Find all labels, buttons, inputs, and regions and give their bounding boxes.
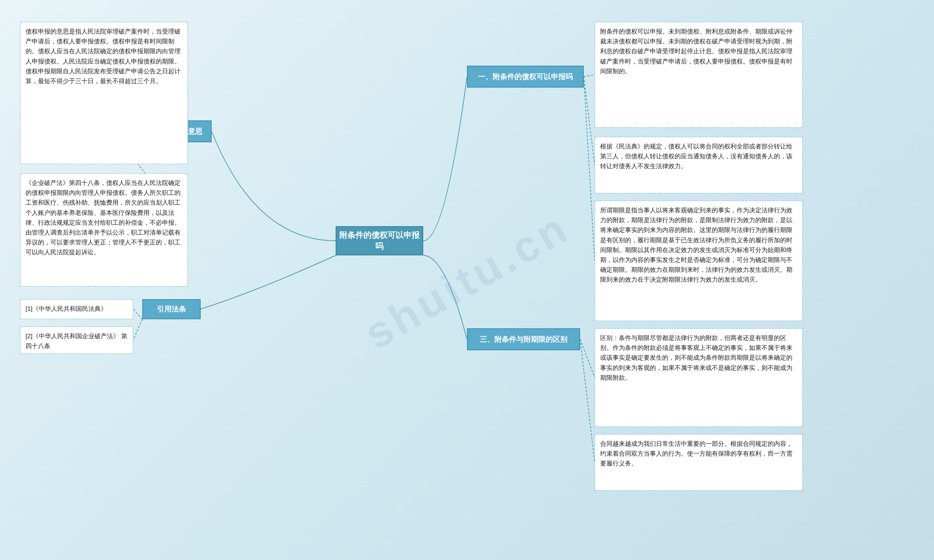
branch-node-b3: 引用法条 xyxy=(142,299,201,319)
leaf-node-l2: 根据《民法典》的规定，债权人可以将合同的权利全部或者部分转让给第三人，但债权人转… xyxy=(595,137,803,193)
leaf-node-l7: [2]《中华人民共和国企业破产法》 第四十八条 xyxy=(20,326,133,354)
leaf-node-l9: 合同越来越成为我们日常生活中重要的一部分。根据合同规定的内容，约束着合同双方当事… xyxy=(595,434,803,491)
leaf-node-l5: 《企业破产法》第四十八条，债权人应当在人民法院确定的债权申报期限内向管理人申报债… xyxy=(20,173,188,286)
leaf-node-l8: 区别：条件与期限尽管都是法律行为的附款，但两者还是有明显的区别。作为条件的附款必… xyxy=(595,328,803,427)
branch-b1-label: 一、附条件的债权可以申报吗 xyxy=(478,72,573,82)
branch-b3-label: 引用法条 xyxy=(157,304,186,314)
leaf-l4-text: 债权申报的意思是指人民法院审理破产案件时，当受理破产申请后，债权人要申报债权。债… xyxy=(26,28,181,85)
leaf-l5-text: 《企业破产法》第四十八条，债权人应当在人民法院确定的债权申报期限内向管理人申报债… xyxy=(26,180,181,256)
leaf-l6-text: [1]《中华人民共和国民法典》 xyxy=(26,305,107,312)
leaf-l9-text: 合同越来越成为我们日常生活中重要的一部分。根据合同规定的内容，约束着合同双方当事… xyxy=(600,440,792,467)
leaf-node-l3: 所谓期限是指当事人以将来客观确定到来的事实，作为决定法律行为效力的附款，期限是法… xyxy=(595,201,803,321)
leaf-l8-text: 区别：条件与期限尽管都是法律行为的附款，但两者还是有明显的区别。作为条件的附款必… xyxy=(600,335,792,381)
center-label: 附条件的债权可以申报吗 xyxy=(336,230,423,252)
leaf-node-l6: [1]《中华人民共和国民法典》 xyxy=(20,299,133,319)
leaf-node-l1: 附条件的债权可以申报。未到期债权、附利息或附条件、期限或诉讼仲裁未决债权都可以申… xyxy=(595,22,803,128)
mind-map: 附条件的债权可以申报吗 一、附条件的债权可以申报吗 二、债权申报是什么意思 引用… xyxy=(0,0,934,560)
branch-node-b4: 三、附条件与附期限的区别 xyxy=(467,328,580,350)
leaf-l2-text: 根据《民法典》的规定，债权人可以将合同的权利全部或者部分转让给第三人，但债权人转… xyxy=(600,143,792,170)
leaf-node-l4: 债权申报的意思是指人民法院审理破产案件时，当受理破产申请后，债权人要申报债权。债… xyxy=(20,22,188,164)
leaf-l1-text: 附条件的债权可以申报。未到期债权、附利息或附条件、期限或诉讼仲裁未决债权都可以申… xyxy=(600,28,792,75)
branch-b4-label: 三、附条件与附期限的区别 xyxy=(480,335,567,345)
leaf-l3-text: 所谓期限是指当事人以将来客观确定到来的事实，作为决定法律行为效力的附款，期限是法… xyxy=(600,207,792,283)
center-node: 附条件的债权可以申报吗 xyxy=(335,226,423,255)
leaf-l7-text: [2]《中华人民共和国企业破产法》 第四十八条 xyxy=(26,333,127,349)
branch-node-b1: 一、附条件的债权可以申报吗 xyxy=(467,66,584,88)
